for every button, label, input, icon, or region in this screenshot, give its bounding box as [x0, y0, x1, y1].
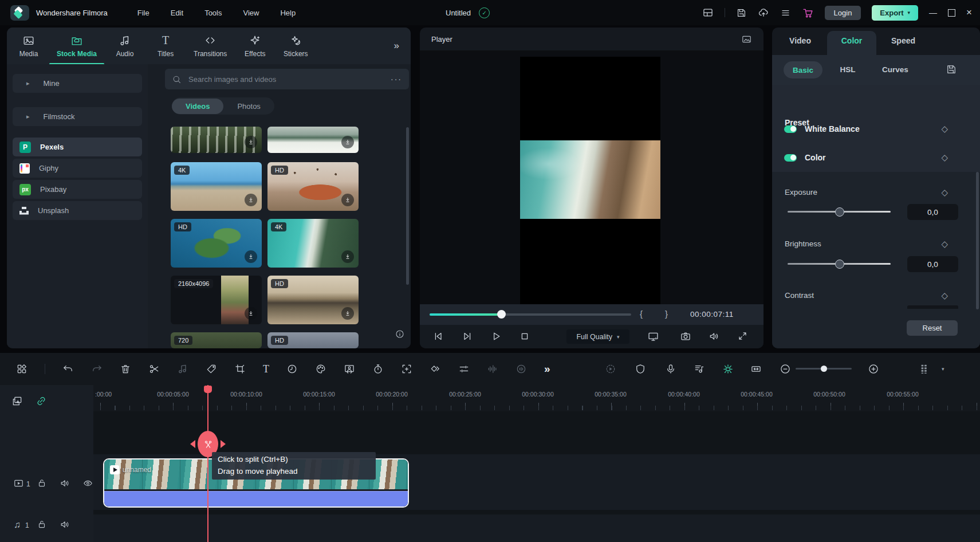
- tab-stickers[interactable]: Stickers: [283, 34, 308, 58]
- download-icon[interactable]: [341, 194, 354, 206]
- lock-icon[interactable]: [37, 478, 47, 488]
- playhead-cap[interactable]: [204, 386, 212, 393]
- sidebar-item-pexels[interactable]: P Pexels: [13, 138, 142, 156]
- info-icon[interactable]: [395, 329, 405, 339]
- exposure-slider[interactable]: [788, 211, 891, 213]
- stock-thumbnail-partial-right[interactable]: HD: [267, 332, 359, 348]
- stock-thumbnail-coast[interactable]: 4K: [267, 219, 359, 268]
- next-frame-icon[interactable]: [462, 331, 473, 342]
- text-tool-icon[interactable]: T: [263, 363, 269, 375]
- keyframe-icon[interactable]: [430, 363, 441, 375]
- save-project-icon[interactable]: [736, 7, 747, 18]
- menu-file[interactable]: File: [137, 9, 149, 17]
- login-button[interactable]: Login: [825, 6, 861, 20]
- mute-speaker-icon[interactable]: [60, 478, 70, 489]
- exposure-value[interactable]: 0,0: [907, 204, 958, 220]
- layout-icon[interactable]: [702, 7, 714, 18]
- color-toggle[interactable]: [784, 154, 797, 162]
- toolbar-more-icon[interactable]: »: [544, 363, 550, 375]
- delete-icon[interactable]: [120, 363, 131, 375]
- cart-icon[interactable]: [802, 7, 814, 19]
- properties-scrollbar[interactable]: [976, 172, 979, 309]
- denoise-waveform-icon[interactable]: [487, 363, 498, 375]
- tab-audio[interactable]: Audio: [112, 34, 137, 58]
- tab-transitions[interactable]: Transitions: [194, 34, 227, 58]
- speed-clock-icon[interactable]: [286, 363, 298, 375]
- stop-icon[interactable]: [519, 331, 530, 342]
- mute-speaker-icon[interactable]: [60, 519, 70, 530]
- motion-track-icon[interactable]: [401, 363, 412, 375]
- tab-color[interactable]: Color: [841, 36, 863, 45]
- undo-icon[interactable]: [62, 363, 74, 375]
- keyframe-diamond-icon[interactable]: ◇: [941, 124, 948, 134]
- timeline-zoom-slider[interactable]: [796, 368, 852, 370]
- stock-thumbnail-sunset-grass[interactable]: HD: [267, 276, 359, 324]
- search-bar[interactable]: ···: [165, 69, 409, 89]
- tab-media[interactable]: Media: [16, 34, 41, 58]
- expand-arrow-icon[interactable]: ▸: [26, 113, 30, 120]
- snapshot-camera-icon[interactable]: [680, 331, 691, 342]
- seek-handle[interactable]: [497, 310, 506, 319]
- keyframe-diamond-icon[interactable]: ◇: [941, 239, 948, 249]
- tab-stock-media[interactable]: Stock Media: [57, 34, 97, 58]
- download-icon[interactable]: [341, 136, 354, 148]
- download-icon[interactable]: [245, 307, 257, 320]
- keyframe-diamond-icon[interactable]: ◇: [941, 187, 948, 198]
- slider-handle[interactable]: [835, 207, 844, 217]
- brightness-slider[interactable]: [788, 263, 891, 265]
- stock-thumbnail-waterfall[interactable]: [171, 127, 262, 153]
- add-to-track-icon[interactable]: [11, 395, 23, 407]
- subtab-basic[interactable]: Basic: [784, 61, 822, 78]
- playhead-left-arrow-icon[interactable]: [190, 440, 195, 448]
- lock-icon[interactable]: [37, 519, 47, 529]
- stock-thumbnail-van[interactable]: HD: [267, 162, 359, 211]
- sidebar-item-pixabay[interactable]: px Pixabay: [13, 180, 142, 199]
- audio-mixer-icon[interactable]: [694, 363, 705, 375]
- render-preview-icon[interactable]: [605, 363, 616, 375]
- download-icon[interactable]: [245, 194, 257, 206]
- keyframe-diamond-icon[interactable]: ◇: [941, 290, 948, 301]
- reset-button[interactable]: Reset: [907, 320, 958, 336]
- sidebar-item-filmstock[interactable]: ▸ Filmstock: [13, 107, 142, 126]
- tab-effects[interactable]: Effects: [242, 34, 267, 58]
- slider-handle[interactable]: [835, 260, 844, 269]
- tab-titles[interactable]: T Titles: [153, 34, 178, 58]
- filter-videos[interactable]: Videos: [172, 99, 223, 114]
- sidebar-item-giphy[interactable]: Giphy: [13, 159, 142, 178]
- subtab-curves[interactable]: Curves: [882, 65, 908, 74]
- save-preset-icon[interactable]: [946, 64, 957, 75]
- mark-in-icon[interactable]: {: [640, 309, 643, 319]
- speaker-icon[interactable]: [709, 331, 720, 342]
- timeline-ruler[interactable]: :00:00 00:00:05:00 00:00:10:00 00:00:15:…: [93, 385, 980, 411]
- download-icon[interactable]: [341, 250, 354, 263]
- sidebar-item-mine[interactable]: ▸ Mine: [13, 74, 142, 93]
- shield-icon[interactable]: [635, 363, 646, 375]
- white-balance-toggle[interactable]: [784, 125, 797, 133]
- export-button[interactable]: Export ▾: [872, 5, 918, 21]
- audio-track-lane[interactable]: [93, 514, 980, 542]
- media-grid-scrollbar[interactable]: [406, 127, 409, 285]
- stock-thumbnail-beach[interactable]: 4K: [171, 162, 262, 211]
- download-icon[interactable]: [245, 250, 257, 263]
- crop-icon[interactable]: [234, 363, 246, 375]
- download-icon[interactable]: [341, 307, 354, 320]
- audio-sync-icon[interactable]: [515, 363, 527, 375]
- brightness-value[interactable]: 0,0: [907, 256, 958, 272]
- download-icon[interactable]: [245, 136, 257, 148]
- quality-dropdown[interactable]: Full Quality ▾: [566, 329, 629, 344]
- keyframe-diamond-icon[interactable]: ◇: [941, 152, 948, 163]
- voiceover-mic-icon[interactable]: [665, 363, 676, 375]
- stock-thumbnail-flower[interactable]: HD: [171, 219, 262, 268]
- mark-out-icon[interactable]: }: [665, 309, 668, 319]
- cloud-upload-icon[interactable]: [758, 7, 769, 18]
- playhead-right-arrow-icon[interactable]: [221, 440, 226, 448]
- stopwatch-icon[interactable]: [372, 363, 384, 375]
- stock-thumbnail-wave[interactable]: [267, 127, 359, 153]
- detach-audio-icon[interactable]: [177, 363, 188, 375]
- menu-help[interactable]: Help: [280, 9, 296, 17]
- mirror-display-icon[interactable]: [647, 331, 659, 343]
- hamburger-menu-icon[interactable]: [780, 7, 791, 18]
- quick-split-mode-icon[interactable]: [722, 363, 734, 375]
- zoom-in-icon[interactable]: [868, 363, 879, 375]
- zoom-slider-handle[interactable]: [821, 366, 827, 372]
